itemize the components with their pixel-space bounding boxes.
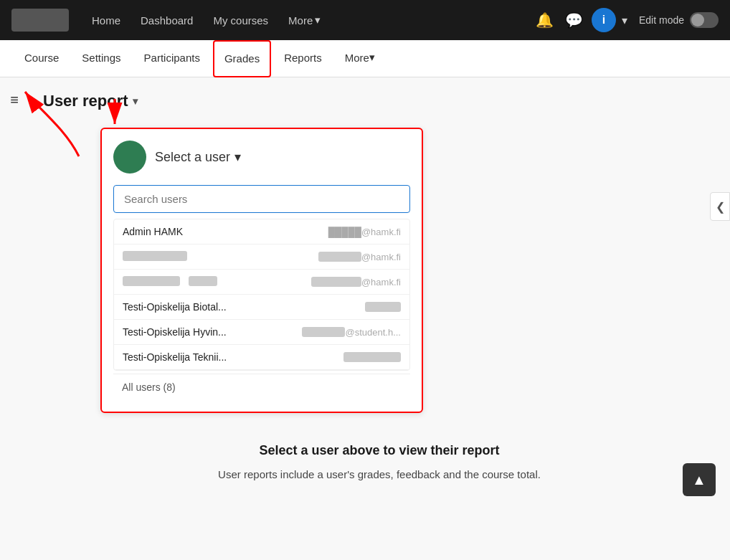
user-email <box>365 302 401 313</box>
user-selector-row: Select a user ▾ <box>113 141 410 174</box>
bottom-text-section: Select a user above to view their report… <box>43 442 716 483</box>
nav-home[interactable]: Home <box>83 9 129 32</box>
chat-icon[interactable]: 💬 <box>562 9 586 32</box>
all-users-label: All users (8) <box>113 374 410 400</box>
blurred-email-prefix <box>302 327 345 337</box>
blurred-name <box>123 251 187 261</box>
top-navbar: Home Dashboard My courses More ▾ 🔔 💬 i ▾… <box>0 0 730 40</box>
blurred-name2 <box>189 276 217 286</box>
user-name <box>123 276 217 288</box>
toggle-knob <box>691 14 704 27</box>
nav-more[interactable]: More ▾ <box>280 8 329 32</box>
user-name: Admin HAMK <box>123 226 183 237</box>
nav-icons: 🔔 💬 i ▾ Edit mode <box>533 8 719 32</box>
scroll-to-top-button[interactable]: ▲ <box>683 463 716 496</box>
blurred-email-prefix <box>318 252 361 262</box>
user-name: Testi-Opiskelija Teknii... <box>123 351 227 363</box>
user-selector-box: Select a user ▾ Admin HAMK █████@hamk.fi <box>100 128 423 413</box>
user-menu-chevron-icon[interactable]: ▾ <box>622 14 627 27</box>
logo <box>11 9 69 32</box>
list-item[interactable]: Testi-Opiskelija Hyvin... @student.h... <box>114 320 409 345</box>
page-title-chevron-icon: ▾ <box>133 95 138 107</box>
edit-mode-switch[interactable] <box>690 12 719 28</box>
arrow-up-icon: ▲ <box>692 472 706 488</box>
tab-settings[interactable]: Settings <box>72 40 131 77</box>
sidebar-toggle-button[interactable]: ❮ <box>710 192 730 221</box>
main-content: User report ▾ <box>29 77 730 508</box>
tab-course[interactable]: Course <box>14 40 69 77</box>
select-user-button[interactable]: Select a user ▾ <box>155 149 241 165</box>
user-email <box>343 352 401 363</box>
list-item[interactable]: Admin HAMK █████@hamk.fi <box>114 219 409 245</box>
nav-my-courses[interactable]: My courses <box>204 9 277 32</box>
list-item[interactable]: @hamk.fi <box>114 245 409 270</box>
blurred-email <box>343 352 401 362</box>
select-user-heading: Select a user above to view their report <box>72 442 687 460</box>
list-item[interactable]: Testi-Opiskelija Biotal... <box>114 295 409 320</box>
select-user-chevron-icon: ▾ <box>234 149 241 165</box>
info-icon[interactable]: i <box>592 8 616 32</box>
chevron-left-icon: ❮ <box>716 200 725 214</box>
chevron-down-icon: ▾ <box>315 14 321 27</box>
bell-icon[interactable]: 🔔 <box>533 9 556 32</box>
select-user-subtext: User reports include a user's grades, fe… <box>72 467 687 483</box>
user-email: @hamk.fi <box>318 252 401 262</box>
blurred-email <box>365 302 401 312</box>
user-email: @hamk.fi <box>311 277 401 288</box>
user-avatar <box>113 141 146 174</box>
tab-participants[interactable]: Participants <box>134 40 210 77</box>
chevron-down-icon: ▾ <box>369 51 375 64</box>
list-item[interactable]: Testi-Opiskelija Teknii... <box>114 345 409 370</box>
user-email: █████@hamk.fi <box>328 227 401 237</box>
blurred-email-prefix <box>311 277 361 287</box>
secondary-navbar: Course Settings Participants Grades Repo… <box>0 40 730 77</box>
user-name <box>123 251 187 262</box>
user-name: Testi-Opiskelija Biotal... <box>123 301 227 313</box>
user-email: @student.h... <box>302 327 401 338</box>
search-users-input[interactable] <box>113 185 410 213</box>
edit-mode-toggle: Edit mode <box>639 12 719 28</box>
tab-grades[interactable]: Grades <box>213 40 271 77</box>
tab-reports[interactable]: Reports <box>274 40 332 77</box>
page-title[interactable]: User report ▾ <box>43 92 716 110</box>
list-item[interactable]: @hamk.fi <box>114 270 409 295</box>
user-name: Testi-Opiskelija Hyvin... <box>123 326 227 338</box>
tab-more[interactable]: More ▾ <box>335 40 385 77</box>
list-icon[interactable]: ≡ <box>0 77 29 508</box>
content-area: ≡ User report ▾ <box>0 77 730 508</box>
nav-dashboard[interactable]: Dashboard <box>132 9 202 32</box>
blurred-name <box>123 276 180 286</box>
user-list: Admin HAMK █████@hamk.fi @hamk.fi <box>113 219 410 371</box>
